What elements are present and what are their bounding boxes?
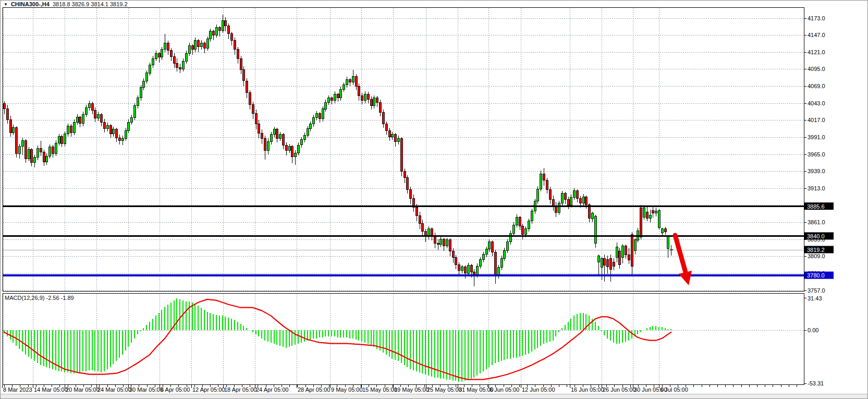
chart-title-ohlc: 3818.8 3826.9 3814.1 3819.2 <box>53 1 128 7</box>
chart-canvas[interactable]: 4173.04147.04121.04095.04069.04043.04017… <box>1 1 868 399</box>
svg-text:8 Mar 2023: 8 Mar 2023 <box>3 386 32 393</box>
time-axis[interactable]: 8 Mar 202314 Mar 05:0020 Mar 05:0024 Mar… <box>3 385 797 393</box>
svg-text:6 Apr 05:00: 6 Apr 05:00 <box>161 386 190 393</box>
svg-text:30 Mar 05:00: 30 Mar 05:00 <box>129 386 163 393</box>
svg-text:20 Mar 05:00: 20 Mar 05:00 <box>66 386 100 393</box>
svg-text:4095.0: 4095.0 <box>808 66 825 72</box>
svg-text:6 Jul 05:00: 6 Jul 05:00 <box>660 386 688 393</box>
panel-borders <box>3 8 804 385</box>
svg-text:4017.0: 4017.0 <box>808 117 825 123</box>
svg-text:3939.0: 3939.0 <box>808 168 825 174</box>
svg-text:15 May 05:00: 15 May 05:00 <box>362 386 397 393</box>
svg-text:3861.0: 3861.0 <box>808 219 825 225</box>
svg-text:3885.6: 3885.6 <box>807 203 825 210</box>
svg-text:4043.0: 4043.0 <box>808 100 825 106</box>
svg-text:26 Jun 05:00: 26 Jun 05:00 <box>603 386 636 393</box>
svg-text:18 Apr 05:00: 18 Apr 05:00 <box>224 386 256 393</box>
svg-text:12 Jun 05:00: 12 Jun 05:00 <box>522 386 555 393</box>
symbol-dropdown-icon[interactable]: ▼ <box>4 2 8 7</box>
svg-text:25 May 05:00: 25 May 05:00 <box>427 386 462 393</box>
svg-text:4147.0: 4147.0 <box>808 32 825 38</box>
status-strip <box>1 394 868 398</box>
candles-layer[interactable] <box>3 15 673 286</box>
svg-text:-53.31: -53.31 <box>808 380 824 386</box>
svg-text:3809.0: 3809.0 <box>808 253 825 259</box>
svg-text:3840.0: 3840.0 <box>807 233 825 239</box>
svg-text:31 May 05:00: 31 May 05:00 <box>459 386 494 393</box>
chart-titlebar: ▼CHINA300-,H43818.8 3826.9 3814.1 3819.2 <box>4 1 128 7</box>
svg-text:19 May 05:00: 19 May 05:00 <box>394 386 429 393</box>
svg-text:24 Mar 05:00: 24 Mar 05:00 <box>97 386 131 393</box>
svg-text:4121.0: 4121.0 <box>808 49 825 55</box>
svg-text:3965.0: 3965.0 <box>808 151 825 158</box>
price-axis[interactable]: 4173.04147.04121.04095.04069.04043.04017… <box>804 15 834 387</box>
svg-text:16 Jun 05:00: 16 Jun 05:00 <box>571 386 604 393</box>
svg-text:0.00: 0.00 <box>808 327 818 333</box>
chart-window: 4173.04147.04121.04095.04069.04043.04017… <box>0 0 868 399</box>
sell-arrow-annotation[interactable] <box>675 235 692 285</box>
svg-text:3780.0: 3780.0 <box>807 272 825 279</box>
svg-text:31.43: 31.43 <box>808 295 822 301</box>
macd-indicator-label: MACD(12,26,9) -2.56 -1.89 <box>5 295 74 301</box>
chart-title-symbol: CHINA300-,H4 <box>11 1 50 7</box>
svg-text:4069.0: 4069.0 <box>808 83 825 89</box>
grid-layer <box>3 8 804 384</box>
svg-text:3757.0: 3757.0 <box>808 287 825 294</box>
svg-text:9 May 05:00: 9 May 05:00 <box>331 386 363 393</box>
svg-text:3819.2: 3819.2 <box>807 247 825 253</box>
svg-text:4173.0: 4173.0 <box>808 15 825 21</box>
svg-text:12 Apr 05:00: 12 Apr 05:00 <box>192 386 225 393</box>
svg-text:6 Jun 05:00: 6 Jun 05:00 <box>490 386 520 393</box>
svg-text:3991.0: 3991.0 <box>808 134 825 140</box>
svg-text:24 Apr 05:00: 24 Apr 05:00 <box>256 386 288 393</box>
svg-text:14 Mar 05:00: 14 Mar 05:00 <box>34 386 68 393</box>
svg-text:3913.0: 3913.0 <box>808 185 825 191</box>
svg-text:28 Apr 05:00: 28 Apr 05:00 <box>298 386 330 393</box>
